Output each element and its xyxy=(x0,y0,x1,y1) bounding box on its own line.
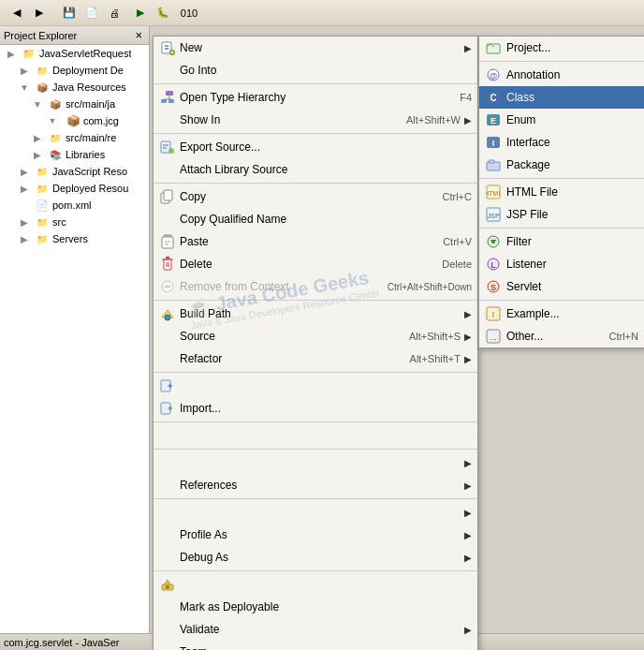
debugas-icon xyxy=(159,526,176,543)
tree-item-pom[interactable]: 📄 pom.xml xyxy=(0,197,149,214)
menu-item-declarations[interactable]: References ▶ xyxy=(154,474,477,496)
submenu-package-label: Package xyxy=(506,158,550,171)
tree-item-label: com.jcg xyxy=(83,115,119,126)
tree-item-label: src/main/re xyxy=(66,132,116,143)
context-menu: New ▶ Go Into Open Type Hierarchy F4 Sho… xyxy=(153,36,478,650)
menu-item-delete[interactable]: Delete Delete xyxy=(154,253,477,275)
tree-item-jsresources[interactable]: ▶ 📁 JavaScript Reso xyxy=(0,163,149,180)
svg-point-34 xyxy=(166,585,169,589)
exportsource-icon xyxy=(159,139,176,155)
submenu-item-package[interactable]: Package xyxy=(479,154,644,176)
svg-rect-45 xyxy=(489,160,494,163)
menu-item-copy[interactable]: Copy Ctrl+C xyxy=(154,185,477,208)
tree-item-srcmainr[interactable]: ▶ 📁 src/main/re xyxy=(0,129,149,146)
expand-icon-9: ▶ xyxy=(17,214,32,229)
menu-item-removefromcontext[interactable]: Remove from Context Ctrl+Alt+Shift+Down xyxy=(154,275,477,298)
submenu-item-htmlfile[interactable]: HTML HTML File xyxy=(479,181,644,203)
separator-6 xyxy=(154,421,477,422)
other-new-icon: ... xyxy=(485,328,502,345)
submenu-item-jspfile[interactable]: JSP JSP File xyxy=(479,203,644,226)
tree-item-srcmainj[interactable]: ▼ 📦 src/main/ja xyxy=(0,96,149,112)
tree-item-libraries[interactable]: ▶ 📚 Libraries xyxy=(0,146,149,163)
menu-item-validate[interactable]: Mark as Deployable xyxy=(154,596,477,618)
tree-item-root[interactable]: ▶ 📁 JavaServletRequest xyxy=(0,45,149,62)
menu-item-profileas[interactable]: ▶ xyxy=(154,501,477,524)
menu-item-runas[interactable]: Debug As ▶ xyxy=(154,546,477,569)
menu-item-source[interactable]: Source Alt+Shift+S ▶ xyxy=(154,325,477,347)
toolbar-btn-back[interactable]: ◀ xyxy=(7,3,27,23)
menu-item-markasdeployable[interactable] xyxy=(154,573,477,596)
copyqn-icon xyxy=(159,211,176,228)
submenu-item-example[interactable]: ! Example... xyxy=(479,303,644,325)
submenu-item-enum[interactable]: E Enum xyxy=(479,109,644,131)
menu-item-references[interactable]: ▶ xyxy=(154,451,477,474)
menu-item-validate-label: Mark as Deployable xyxy=(180,600,472,613)
menu-item-comparewith[interactable]: Team ▶ xyxy=(154,641,477,650)
tree-item-src[interactable]: ▶ 📁 src xyxy=(0,214,149,230)
menu-item-new-label: New xyxy=(180,41,461,54)
references-arrow: ▶ xyxy=(464,458,472,468)
menu-item-debugas[interactable]: Profile As ▶ xyxy=(154,524,477,546)
toolbar-btn-debug[interactable]: 🐛 xyxy=(153,3,173,23)
menu-item-exportsource[interactable]: Export Source... xyxy=(154,136,477,158)
menu-item-paste-label: Paste xyxy=(180,235,424,248)
copy-icon xyxy=(159,188,176,205)
submenu-item-other[interactable]: ... Other... Ctrl+N xyxy=(479,325,644,347)
comparewith-arrow: ▶ xyxy=(464,647,472,651)
pkg-expand-icon: ▼ xyxy=(45,113,60,128)
jsp-new-icon: JSP xyxy=(485,206,502,223)
validate-icon xyxy=(159,598,176,615)
tree-item-deployment[interactable]: ▶ 📁 Deployment De xyxy=(0,62,149,79)
explorer-close[interactable]: × xyxy=(132,28,145,42)
tree-item-deployed[interactable]: ▶ 📁 Deployed Resou xyxy=(0,180,149,197)
menu-item-copyqualifiedname[interactable]: Copy Qualified Name xyxy=(154,208,477,230)
toolbar-btn-format[interactable]: 010 xyxy=(179,3,199,23)
servlet-new-icon: S xyxy=(485,278,502,295)
tree-item-label: Deployment De xyxy=(52,65,124,76)
lib-icon: 📚 xyxy=(48,147,63,162)
delete-shortcut: Delete xyxy=(442,259,472,270)
submenu-item-interface[interactable]: I Interface xyxy=(479,131,644,154)
submenu-sep-2 xyxy=(479,178,644,179)
project-icon: 📁 xyxy=(22,46,37,61)
separator-3 xyxy=(154,183,477,184)
tree-item-servers[interactable]: ▶ 📁 Servers xyxy=(0,230,149,247)
submenu-sep-3 xyxy=(479,228,644,229)
menu-item-export[interactable]: Import... xyxy=(154,397,477,420)
menu-item-gointo[interactable]: Go Into xyxy=(154,59,477,81)
toolbar-btn-print[interactable]: 🖨 xyxy=(104,3,124,23)
menu-item-buildpath[interactable]: Build Path ▶ xyxy=(154,303,477,325)
oth-shortcut: F4 xyxy=(460,92,472,103)
menu-item-new[interactable]: New ▶ xyxy=(154,37,477,59)
toolbar-btn-forward[interactable]: ▶ xyxy=(29,3,50,23)
submenu-filter-label: Filter xyxy=(506,235,532,248)
submenu-item-servlet[interactable]: S Servlet xyxy=(479,275,644,298)
menu-item-refresh[interactable] xyxy=(154,424,477,447)
submenu-item-annotation[interactable]: @ Annotation xyxy=(479,64,644,86)
submenu-class-label: Class xyxy=(506,91,534,104)
filter-new-icon xyxy=(485,233,502,250)
menu-item-team[interactable]: Validate ▶ xyxy=(154,618,477,641)
menu-item-refactor[interactable]: Refactor Alt+Shift+T ▶ xyxy=(154,347,477,370)
menu-item-showin[interactable]: Show In Alt+Shift+W ▶ xyxy=(154,109,477,131)
toolbar-btn-run[interactable]: ▶ xyxy=(130,3,151,23)
tree-item-label: src/main/ja xyxy=(66,98,115,110)
submenu-item-project[interactable]: Project... xyxy=(479,37,644,59)
tree-item-javaresources[interactable]: ▼ 📦 Java Resources xyxy=(0,79,149,96)
toolbar-btn-save[interactable]: 💾 xyxy=(59,3,80,23)
submenu-item-listener[interactable]: L Listener xyxy=(479,253,644,275)
submenu-item-filter[interactable]: Filter xyxy=(479,230,644,253)
sub-menu-new: Project... @ Annotation C Class E Enum xyxy=(478,36,644,348)
tree-item-label: Libraries xyxy=(66,149,105,160)
submenu-item-class[interactable]: C Class xyxy=(479,86,644,109)
profileas-icon xyxy=(159,504,176,521)
enum-new-icon: E xyxy=(485,111,502,128)
menu-item-paste[interactable]: Paste Ctrl+V xyxy=(154,230,477,253)
submenu-other-label: Other... xyxy=(506,330,543,343)
tree-item-comjcg[interactable]: ▼ 📦 com.jcg xyxy=(0,112,149,129)
menu-item-source-label: Source xyxy=(180,330,390,343)
menu-item-attachlibrary[interactable]: Attach Library Source xyxy=(154,158,477,181)
menu-item-opentypehierarchy[interactable]: Open Type Hierarchy F4 xyxy=(154,86,477,109)
menu-item-import[interactable] xyxy=(154,375,477,397)
toolbar-btn-new[interactable]: 📄 xyxy=(81,3,102,23)
